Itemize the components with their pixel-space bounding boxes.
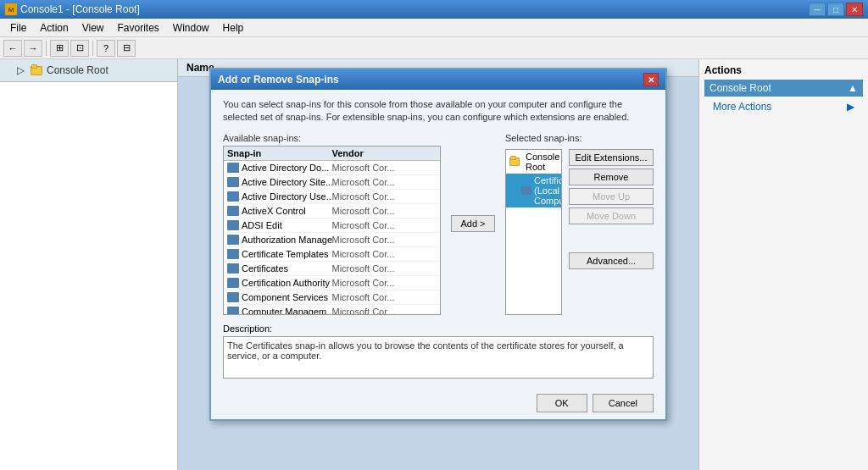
show-hide-button[interactable]: ⊡ bbox=[70, 40, 89, 57]
snapin-vendor: Microsoft Cor... bbox=[332, 278, 437, 288]
selected-label: Selected snap-ins: bbox=[505, 133, 654, 143]
remove-button[interactable]: Remove bbox=[569, 169, 654, 185]
snapin-icon bbox=[227, 206, 239, 216]
snapin-vendor: Microsoft Cor... bbox=[332, 307, 437, 315]
available-snapins-list[interactable]: Snap-in Vendor Active Directory Do... Mi… bbox=[223, 146, 441, 315]
snapin-name: Component Services bbox=[242, 292, 328, 302]
folder-icon bbox=[31, 66, 42, 75]
actions-title: Actions bbox=[704, 64, 863, 76]
snapin-icon bbox=[227, 307, 239, 315]
forward-button[interactable]: → bbox=[24, 40, 42, 57]
cancel-button[interactable]: Cancel bbox=[593, 394, 654, 412]
col-vendor-header: Vendor bbox=[332, 148, 437, 158]
restore-button[interactable]: □ bbox=[827, 3, 844, 16]
snapin-name: Certificates bbox=[242, 263, 288, 274]
snapin-row[interactable]: Computer Managem... Microsoft Cor... bbox=[224, 305, 440, 315]
window-title: Console1 - [Console Root] bbox=[20, 3, 140, 15]
dialog-title: Add or Remove Snap-ins bbox=[218, 74, 339, 86]
more-actions-label: More Actions bbox=[713, 101, 771, 113]
menu-view[interactable]: View bbox=[75, 20, 111, 36]
snapin-vendor: Microsoft Cor... bbox=[332, 263, 437, 274]
list-header: Snap-in Vendor bbox=[224, 147, 440, 161]
description-label: Description: bbox=[223, 323, 654, 334]
selected-item-console-root[interactable]: Console Root bbox=[506, 150, 561, 174]
up-button[interactable]: ⊞ bbox=[50, 40, 69, 57]
snapin-icon bbox=[227, 163, 239, 173]
dialog-overlay: Add or Remove Snap-ins ✕ You can select … bbox=[178, 59, 698, 470]
ok-button[interactable]: OK bbox=[537, 394, 587, 412]
snapin-name: ADSI Edit bbox=[242, 220, 282, 230]
dialog-title-bar: Add or Remove Snap-ins ✕ bbox=[211, 69, 665, 90]
chevron-right-icon: ▶ bbox=[847, 101, 854, 113]
actions-console-root[interactable]: Console Root ▲ bbox=[704, 80, 863, 97]
snapin-row[interactable]: ADSI Edit Microsoft Cor... bbox=[224, 218, 440, 233]
advanced-button[interactable]: Advanced... bbox=[569, 252, 654, 269]
menu-file[interactable]: File bbox=[3, 20, 33, 36]
properties-button[interactable]: ⊟ bbox=[117, 40, 136, 57]
snapin-icon bbox=[227, 292, 239, 302]
center-panel: Name Add or Remove Snap-ins ✕ You can se… bbox=[178, 59, 698, 470]
menu-favorites[interactable]: Favorites bbox=[111, 20, 166, 36]
main-layout: ▷ Console Root Name Add or Remove Snap-i… bbox=[0, 59, 868, 470]
snapin-rows-container: Active Directory Do... Microsoft Cor... … bbox=[224, 161, 440, 315]
left-panel: ▷ Console Root bbox=[0, 59, 178, 470]
snapin-icon bbox=[227, 278, 239, 288]
snapin-name: ActiveX Control bbox=[242, 206, 306, 216]
title-bar-buttons: ─ □ ✕ bbox=[809, 3, 863, 16]
snapin-icon bbox=[227, 177, 239, 187]
snapin-row[interactable]: Component Services Microsoft Cor... bbox=[224, 290, 440, 305]
snapin-row[interactable]: Certificate Templates Microsoft Cor... bbox=[224, 247, 440, 262]
selected-item-certificates[interactable]: Certificates (Local Computer) bbox=[506, 174, 561, 207]
tree-expand-icon: ▷ bbox=[14, 64, 27, 76]
snapin-vendor: Microsoft Cor... bbox=[332, 235, 437, 245]
snapin-row[interactable]: Active Directory Do... Microsoft Cor... bbox=[224, 161, 440, 175]
snapin-name: Authorization Manager bbox=[242, 235, 332, 245]
dialog-footer: OK Cancel bbox=[211, 387, 665, 419]
console-root-folder-icon bbox=[509, 158, 520, 166]
certificates-item-label: Certificates (Local Computer) bbox=[534, 175, 562, 206]
snapin-name: Computer Managem... bbox=[242, 307, 332, 315]
snapin-row[interactable]: Active Directory Site... Microsoft Cor..… bbox=[224, 175, 440, 190]
console-root-tree-item[interactable]: ▷ Console Root bbox=[5, 62, 172, 79]
snapin-row[interactable]: Authorization Manager Microsoft Cor... bbox=[224, 233, 440, 247]
snapin-vendor: Microsoft Cor... bbox=[332, 249, 437, 259]
dialog-close-button[interactable]: ✕ bbox=[643, 73, 659, 86]
snapin-name: Active Directory Use... bbox=[242, 191, 332, 202]
snapin-row[interactable]: Active Directory Use... Microsoft Cor... bbox=[224, 190, 440, 204]
help-button[interactable]: ? bbox=[97, 40, 115, 57]
menu-bar: File Action View Favorites Window Help bbox=[0, 19, 868, 37]
available-snapins-panel: Available snap-ins: Snap-in Vendor Activ… bbox=[223, 133, 441, 315]
snapin-icon bbox=[227, 249, 239, 259]
menu-action[interactable]: Action bbox=[33, 20, 75, 36]
back-button[interactable]: ← bbox=[3, 40, 22, 57]
minimize-button[interactable]: ─ bbox=[809, 3, 826, 16]
console-root-item-label: Console Root bbox=[526, 152, 559, 172]
snapin-vendor: Microsoft Cor... bbox=[332, 220, 437, 230]
menu-help[interactable]: Help bbox=[216, 20, 251, 36]
snapin-name: Active Directory Do... bbox=[242, 163, 329, 173]
cert-icon bbox=[521, 186, 531, 195]
toolbar-separator-2 bbox=[92, 41, 93, 56]
close-button[interactable]: ✕ bbox=[846, 3, 863, 16]
edit-extensions-button[interactable]: Edit Extensions... bbox=[569, 149, 654, 166]
snapin-icon bbox=[227, 235, 239, 245]
move-up-button[interactable]: Move Up bbox=[569, 188, 654, 205]
col-snapin-header: Snap-in bbox=[227, 148, 332, 158]
menu-window[interactable]: Window bbox=[166, 20, 216, 36]
snapin-vendor: Microsoft Cor... bbox=[332, 191, 437, 202]
snapin-icon bbox=[227, 191, 239, 202]
selected-buttons: Edit Extensions... Remove Move Up Move D… bbox=[569, 149, 654, 315]
snapin-icon bbox=[227, 263, 239, 274]
snapin-name: Certificate Templates bbox=[242, 249, 329, 259]
selected-snapins-list[interactable]: Console Root Certificates (Local Compute… bbox=[505, 149, 562, 315]
add-button[interactable]: Add > bbox=[451, 215, 494, 232]
snapin-row[interactable]: Certificates Microsoft Cor... bbox=[224, 262, 440, 276]
app-icon: M bbox=[5, 3, 17, 15]
selected-snapins-panel: Selected snap-ins: Console Root bbox=[505, 133, 654, 315]
snapin-row[interactable]: ActiveX Control Microsoft Cor... bbox=[224, 204, 440, 218]
move-down-button[interactable]: Move Down bbox=[569, 207, 654, 224]
toolbar-separator bbox=[46, 41, 47, 56]
snapin-row[interactable]: Certification Authority Microsoft Cor... bbox=[224, 276, 440, 290]
snapin-name: Certification Authority bbox=[242, 278, 330, 288]
more-actions-item[interactable]: More Actions ▶ bbox=[704, 98, 863, 115]
